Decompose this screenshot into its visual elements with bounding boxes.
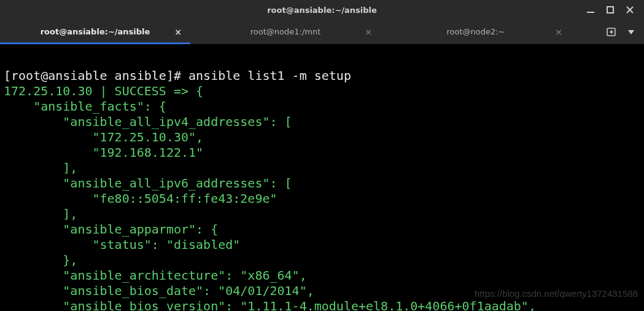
tab-node2[interactable]: root@node2:~ × <box>381 20 571 44</box>
tab-bar: root@ansiable:~/ansible × root@node1:/mn… <box>0 20 644 44</box>
tabbar-right-controls <box>597 20 644 44</box>
svg-rect-1 <box>607 7 613 13</box>
terminal-line: "fe80::5054:ff:fe43:2e9e" <box>4 191 277 206</box>
terminal-output[interactable]: [root@ansiable ansible]# ansible list1 -… <box>0 44 644 311</box>
terminal-prompt: [root@ansiable ansible]# <box>4 68 188 83</box>
terminal-line: ], <box>4 207 77 221</box>
terminal-line: "172.25.10.30", <box>4 130 203 144</box>
terminal-line: "ansible_apparmor": { <box>4 222 218 237</box>
close-button[interactable] <box>626 6 634 14</box>
terminal-line: "ansible_all_ipv4_addresses": [ <box>4 114 292 129</box>
menu-dropdown-icon[interactable] <box>627 28 635 36</box>
minimize-button[interactable] <box>586 6 595 14</box>
tab-close-icon[interactable]: × <box>365 27 372 37</box>
terminal-line: ], <box>4 160 77 175</box>
terminal-line: }, <box>4 253 77 267</box>
tab-ansiable[interactable]: root@ansiable:~/ansible × <box>0 20 190 44</box>
tab-close-icon[interactable]: × <box>555 27 562 37</box>
terminal-line: "ansible_facts": { <box>4 99 166 114</box>
tab-label: root@node1:/mnt <box>250 27 321 36</box>
terminal-line: "ansible_all_ipv6_addresses": [ <box>4 176 292 191</box>
terminal-line: "status": "disabled" <box>4 237 240 252</box>
maximize-button[interactable] <box>606 6 615 14</box>
terminal-command: ansible list1 -m setup <box>188 68 351 83</box>
tab-close-icon[interactable]: × <box>174 27 182 37</box>
svg-marker-7 <box>628 30 634 34</box>
terminal-line: "ansible_architecture": "x86_64", <box>4 268 307 283</box>
window-titlebar: root@ansiable:~/ansible <box>0 0 644 20</box>
terminal-line: 172.25.10.30 | SUCCESS => { <box>4 84 203 98</box>
new-tab-icon[interactable] <box>606 26 617 37</box>
window-controls <box>586 0 640 20</box>
terminal-line: "192.168.122.1" <box>4 145 203 160</box>
tab-node1[interactable]: root@node1:/mnt × <box>190 20 381 44</box>
tab-label: root@node2:~ <box>446 27 505 36</box>
tab-label: root@ansiable:~/ansible <box>41 27 150 36</box>
terminal-line: "ansible_bios_date": "04/01/2014", <box>4 283 314 298</box>
window-title: root@ansiable:~/ansible <box>0 6 644 15</box>
terminal-line: "ansible_bios_version": "1.11.1-4.module… <box>4 299 536 311</box>
